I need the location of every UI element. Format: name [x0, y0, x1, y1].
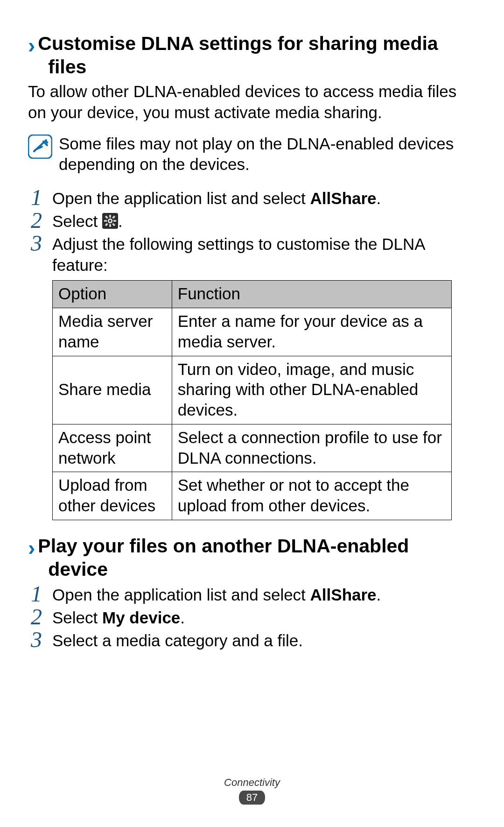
note-callout: Some files may not play on the DLNA-enab…: [28, 134, 476, 176]
step-number: 2: [28, 209, 45, 232]
step-number: 1: [28, 583, 45, 605]
table-cell-function: Set whether or not to accept the upload …: [172, 472, 451, 520]
step-3: 3 Adjust the following settings to custo…: [28, 233, 476, 276]
step-text-bold: My device: [102, 608, 180, 627]
footer-category: Connectivity: [0, 777, 504, 789]
settings-table: Option Function Media server name Enter …: [52, 280, 452, 520]
table-row: Access point network Select a connection…: [53, 424, 452, 472]
settings-gear-icon: [102, 213, 118, 229]
step-body: Open the application list and select All…: [52, 187, 476, 209]
table-cell-function: Enter a name for your device as a media …: [172, 308, 451, 356]
table-header-option: Option: [53, 281, 172, 308]
chevron-icon: ›: [28, 537, 35, 558]
step-body: Adjust the following settings to customi…: [52, 233, 476, 276]
chevron-icon: ›: [28, 35, 35, 56]
section2-title-line2: device: [38, 558, 409, 581]
step-body: Select: [52, 210, 476, 232]
step-text-bold: AllShare: [310, 189, 377, 207]
step-number: 1: [28, 186, 45, 209]
table-cell-function: Turn on video, image, and music sharing …: [172, 356, 451, 424]
table-cell-option: Share media: [53, 356, 172, 424]
table-row: Media server name Enter a name for your …: [53, 308, 452, 356]
step-2: 2 Select My device.: [28, 607, 476, 629]
step-text-prefix: Select: [52, 212, 102, 230]
table-header-function: Function: [172, 281, 451, 308]
step-body: Open the application list and select All…: [52, 584, 476, 606]
section2-steps: 1 Open the application list and select A…: [28, 584, 476, 651]
step-3: 3 Select a media category and a file.: [28, 629, 476, 651]
section1-title: Customise DLNA settings for sharing medi…: [38, 32, 438, 78]
svg-point-11: [109, 220, 112, 222]
table-cell-option: Upload from other devices: [53, 472, 172, 520]
table-row: Share media Turn on video, image, and mu…: [53, 356, 452, 424]
step-text-suffix: .: [377, 189, 381, 207]
section2-title-line1: Play your files on another DLNA-enabled: [38, 535, 409, 557]
step-text-prefix: Open the application list and select: [52, 586, 310, 604]
svg-rect-6: [113, 220, 116, 222]
step-text-prefix: Open the application list and select: [52, 189, 310, 207]
step-text-bold: AllShare: [310, 586, 377, 604]
step-text-suffix: .: [377, 586, 381, 604]
table-cell-option: Access point network: [53, 424, 172, 472]
svg-rect-3: [109, 215, 111, 218]
table-row: Upload from other devices Set whether or…: [53, 472, 452, 520]
note-icon: [28, 134, 52, 159]
note-text: Some files may not play on the DLNA-enab…: [59, 134, 476, 176]
section1-intro: To allow other DLNA-enabled devices to a…: [28, 81, 476, 123]
svg-rect-5: [104, 220, 107, 222]
table-cell-option: Media server name: [53, 308, 172, 356]
section1-title-line1: Customise DLNA settings for sharing medi…: [38, 33, 438, 54]
step-text-prefix: Select: [52, 608, 102, 627]
step-2: 2 Select: [28, 210, 476, 232]
step-number: 3: [28, 232, 45, 254]
section1-title-line2: files: [38, 55, 438, 78]
step-text-suffix: .: [118, 212, 123, 230]
table-header-row: Option Function: [53, 281, 452, 308]
step-1: 1 Open the application list and select A…: [28, 187, 476, 209]
step-body: Select My device.: [52, 607, 476, 629]
page-footer: Connectivity 87: [0, 777, 504, 805]
step-number: 2: [28, 606, 45, 628]
manual-page: › Customise DLNA settings for sharing me…: [0, 0, 504, 827]
step-number: 3: [28, 629, 45, 651]
step-1: 1 Open the application list and select A…: [28, 584, 476, 606]
section1-heading: › Customise DLNA settings for sharing me…: [28, 32, 476, 78]
table-cell-function: Select a connection profile to use for D…: [172, 424, 451, 472]
step-text-suffix: .: [180, 608, 185, 627]
page-number-badge: 87: [239, 791, 265, 805]
section2-title: Play your files on another DLNA-enabled …: [38, 534, 409, 581]
step-body: Select a media category and a file.: [52, 629, 476, 651]
svg-rect-4: [109, 224, 111, 227]
section1-steps: 1 Open the application list and select A…: [28, 187, 476, 276]
section2-heading: › Play your files on another DLNA-enable…: [28, 534, 476, 581]
